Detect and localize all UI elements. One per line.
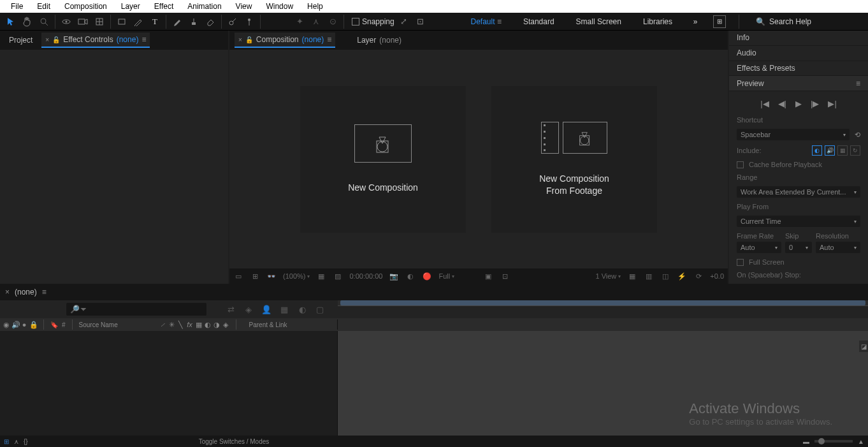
- time-ruler[interactable]: [338, 305, 868, 318]
- bone-footer-icon[interactable]: ⋏: [14, 438, 18, 445]
- panel-preview[interactable]: Preview ≡: [729, 76, 868, 91]
- exposure-value[interactable]: +0.0: [710, 272, 724, 280]
- timeline-track-area[interactable]: [338, 331, 868, 436]
- roi-icon[interactable]: ▣: [483, 271, 493, 281]
- eraser-tool-icon[interactable]: [203, 15, 217, 29]
- close-icon[interactable]: ×: [238, 36, 242, 43]
- include-audio-icon[interactable]: 🔊: [825, 145, 835, 156]
- panel-menu-icon[interactable]: ≡: [42, 288, 47, 297]
- first-frame-icon[interactable]: |◀: [760, 99, 769, 108]
- 3d-switch-icon[interactable]: ◈: [222, 321, 229, 329]
- menu-window[interactable]: Window: [259, 1, 300, 11]
- comp-mini-flow-icon[interactable]: ⇄: [224, 303, 237, 316]
- grid-icon[interactable]: ⊞: [250, 271, 260, 281]
- audio-col-icon[interactable]: 🔊: [11, 321, 19, 329]
- zoom-tool-icon[interactable]: [37, 15, 51, 29]
- panel-menu-icon[interactable]: ≡: [141, 35, 146, 44]
- panel-effects-presets[interactable]: Effects & Presets: [729, 61, 868, 77]
- mask-icon[interactable]: 👓: [266, 271, 277, 281]
- snapping-toggle[interactable]: Snapping: [352, 17, 394, 26]
- motion-blur-switch-icon[interactable]: ◐: [204, 321, 212, 329]
- shy-icon[interactable]: 👤: [260, 303, 273, 316]
- workspace-default[interactable]: Default ≡: [466, 16, 507, 27]
- zoom-out-icon[interactable]: ▬: [803, 438, 809, 445]
- include-loop-icon[interactable]: ↻: [850, 145, 860, 156]
- menu-file[interactable]: File: [4, 1, 30, 11]
- guides-icon[interactable]: ⊡: [500, 271, 510, 281]
- lock-icon[interactable]: 🔓: [52, 36, 60, 43]
- timeline-tab-none[interactable]: (none): [15, 288, 37, 297]
- tab-effect-controls[interactable]: × 🔓 Effect Controls (none) ≡: [41, 33, 150, 48]
- magnification-icon[interactable]: ▭: [233, 271, 243, 281]
- timeline-search[interactable]: 🔎⏷: [66, 303, 206, 316]
- solo-col-icon[interactable]: ●: [20, 321, 28, 328]
- panel-grip-icon[interactable]: ◪: [859, 341, 868, 352]
- panel-audio[interactable]: Audio: [729, 46, 868, 61]
- label-col-icon[interactable]: 🔖: [50, 321, 58, 328]
- snap-option-2-icon[interactable]: ⊡: [414, 15, 428, 29]
- clone-stamp-tool-icon[interactable]: [187, 15, 201, 29]
- framerate-dropdown[interactable]: Auto: [737, 242, 781, 253]
- search-help[interactable]: 🔍 Search Help: [752, 16, 860, 27]
- last-frame-icon[interactable]: ▶|: [828, 99, 836, 108]
- hand-tool-icon[interactable]: [20, 15, 34, 29]
- bone-tool-icon[interactable]: ⋏: [309, 15, 323, 29]
- pin-tool-icon[interactable]: ⊙: [326, 15, 340, 29]
- snap-option-1-icon[interactable]: ⤢: [397, 15, 411, 29]
- rectangle-tool-icon[interactable]: [115, 15, 129, 29]
- transparency-grid-icon[interactable]: ▨: [333, 271, 343, 281]
- quality-switch-icon[interactable]: ╲: [177, 321, 185, 329]
- workspace-small-screen[interactable]: Small Screen: [571, 16, 626, 27]
- frame-blend-switch-icon[interactable]: ▦: [195, 321, 203, 329]
- expand-icon[interactable]: ⊞: [4, 438, 9, 445]
- panel-menu-icon[interactable]: ≡: [856, 79, 860, 88]
- menu-animation[interactable]: Animation: [180, 1, 228, 11]
- parent-link-col[interactable]: Parent & Link: [249, 321, 287, 328]
- preview-resolution-dropdown[interactable]: Auto: [816, 242, 860, 253]
- menu-effect[interactable]: Effect: [147, 1, 180, 11]
- workspace-overflow-icon[interactable]: »: [689, 15, 702, 28]
- cache-checkbox[interactable]: [737, 161, 744, 168]
- frame-blend-icon[interactable]: ▦: [278, 303, 291, 316]
- channel-icon[interactable]: 🔴: [422, 271, 432, 281]
- current-time[interactable]: 0:00:00:00: [349, 272, 382, 280]
- source-name-col[interactable]: Source Name: [79, 321, 156, 328]
- puppet-pin-tool-icon[interactable]: [242, 15, 256, 29]
- new-composition-from-footage-button[interactable]: New CompositionFrom Footage: [491, 86, 657, 233]
- brush-tool-icon[interactable]: [170, 15, 184, 29]
- view-opt-2-icon[interactable]: ▥: [644, 271, 654, 281]
- menu-layer[interactable]: Layer: [114, 1, 147, 11]
- panel-menu-icon[interactable]: ≡: [327, 35, 331, 44]
- res-icon[interactable]: ▦: [316, 271, 326, 281]
- brace-footer-icon[interactable]: {}: [24, 438, 28, 445]
- roto-brush-tool-icon[interactable]: [226, 15, 240, 29]
- graph-editor-icon[interactable]: ▢: [314, 303, 326, 316]
- collapse-switch-icon[interactable]: ✳: [168, 321, 176, 329]
- pan-behind-tool-icon[interactable]: [92, 15, 106, 29]
- reset-icon[interactable]: ⟲: [855, 131, 860, 139]
- fullscreen-checkbox[interactable]: [737, 259, 744, 266]
- new-composition-button[interactable]: New Composition: [300, 86, 466, 233]
- workspace-libraries[interactable]: Libraries: [638, 16, 677, 27]
- lock-icon[interactable]: 🔓: [245, 36, 253, 43]
- pen-tool-icon[interactable]: [131, 15, 145, 29]
- include-overlays-icon[interactable]: ▦: [837, 145, 848, 156]
- tab-project[interactable]: Project: [5, 33, 36, 47]
- snapshot-icon[interactable]: 📷: [389, 271, 399, 281]
- camera-tool-icon[interactable]: [76, 15, 90, 29]
- fast-preview-icon[interactable]: ⚡: [677, 271, 687, 281]
- close-icon[interactable]: ×: [5, 288, 10, 297]
- shortcut-dropdown[interactable]: Spacebar: [737, 129, 850, 140]
- menu-composition[interactable]: Composition: [57, 1, 114, 11]
- workspace-standard[interactable]: Standard: [518, 16, 560, 27]
- video-col-icon[interactable]: ◉: [3, 321, 10, 329]
- show-snapshot-icon[interactable]: ◐: [405, 271, 416, 281]
- playfrom-dropdown[interactable]: Current Time: [737, 216, 860, 227]
- range-dropdown[interactable]: Work Area Extended By Current...: [737, 186, 860, 198]
- panel-info[interactable]: Info: [729, 31, 868, 46]
- shy-switch-icon[interactable]: ⟋: [159, 321, 167, 328]
- skip-dropdown[interactable]: 0: [785, 242, 812, 253]
- menu-view[interactable]: View: [229, 1, 259, 11]
- zoom-dropdown[interactable]: (100%): [283, 272, 310, 280]
- reset-exposure-icon[interactable]: ⟳: [693, 271, 704, 281]
